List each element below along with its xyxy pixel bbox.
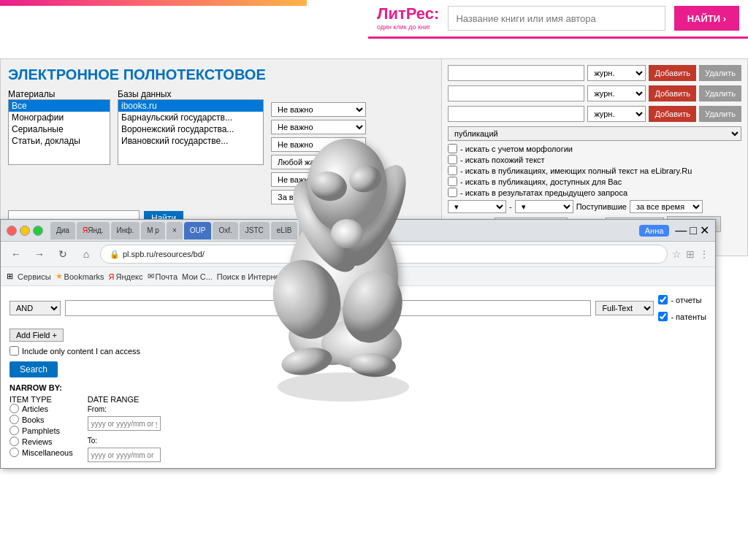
sort-select-2[interactable]: ▾	[515, 200, 573, 213]
misc-radio[interactable]	[9, 448, 19, 457]
previous-checkbox-row: - искать в результатах предыдущего запро…	[448, 188, 741, 197]
maximize-icon[interactable]: □	[690, 224, 697, 237]
elibrary-input-row-1: журн. Добавить Удалить	[448, 65, 741, 81]
pamphlets-radio[interactable]	[9, 426, 19, 435]
date-from-input[interactable]	[88, 416, 161, 431]
tab-close[interactable]: ×	[167, 222, 183, 239]
databases-label: Базы данных	[118, 89, 171, 99]
tab-mr[interactable]: М р	[141, 222, 165, 239]
forward-button[interactable]: →	[30, 245, 49, 264]
materials-listbox[interactable]: Все Монографии Сериальные Статьи, доклад…	[8, 99, 110, 165]
figure-3d-svg	[219, 73, 468, 409]
elibrary-del-btn-2[interactable]: Удалить	[699, 85, 741, 101]
content-access-label: Include only content I can access	[22, 347, 140, 356]
pamphlets-radio-label: Pamphlets	[9, 426, 73, 435]
patents-label: - патенты	[671, 312, 706, 321]
svg-point-13	[278, 372, 409, 402]
ebsco-search-button[interactable]: Search	[9, 361, 58, 377]
extensions-icon[interactable]: ⊞	[686, 248, 695, 260]
litres-logo-block: ЛитРес: один клик до книг	[377, 6, 439, 31]
close-icon[interactable]: ✕	[700, 223, 709, 237]
to-label: To:	[88, 437, 161, 445]
reviews-radio[interactable]	[9, 437, 19, 446]
litres-logo: ЛитРес:	[377, 6, 439, 22]
publications-row: публикаций	[448, 126, 741, 141]
available-label: - искать в публикациях, доступных для Ва…	[460, 177, 622, 186]
available-checkbox-row: - искать в публикациях, доступных для Ва…	[448, 177, 741, 186]
back-button[interactable]: ←	[7, 245, 26, 264]
pamphlets-label: Pamphlets	[22, 426, 60, 435]
books-label: Books	[22, 415, 45, 424]
articles-radio-label: Articles	[9, 404, 73, 413]
patents-checkbox[interactable]	[658, 312, 668, 321]
elibrary-add-btn-2[interactable]: Добавить	[649, 85, 696, 101]
apps-icon: ⊞	[7, 272, 13, 281]
elibrary-input-row-3: журн. Добавить Удалить	[448, 106, 741, 122]
minimize-icon[interactable]: —	[675, 224, 687, 237]
svg-point-8	[331, 219, 363, 248]
materials-column: Материалы Все Монографии Сериальные Стат…	[8, 89, 110, 204]
item-type-label: ITEM TYPE	[9, 395, 52, 404]
litres-search-input[interactable]	[448, 6, 665, 31]
books-radio[interactable]	[9, 415, 19, 424]
reports-checkbox[interactable]	[658, 295, 668, 304]
home-button[interactable]: ⌂	[77, 245, 96, 264]
material-item-all[interactable]: Все	[9, 100, 110, 112]
elibrary-field-select-3[interactable]: журн.	[587, 106, 646, 122]
minimize-window-button[interactable]	[20, 226, 30, 236]
bookmark-icon[interactable]: ☆	[672, 248, 682, 260]
elibrary-field-select-1[interactable]: журн.	[587, 65, 646, 81]
patents-checkbox-row: - патенты	[658, 312, 706, 321]
material-item-mono[interactable]: Монографии	[9, 112, 110, 123]
elibrary-add-btn-3[interactable]: Добавить	[649, 106, 696, 122]
publications-select[interactable]: публикаций	[448, 126, 741, 141]
misc-radio-label: Miscellaneous	[9, 448, 73, 457]
from-label: From:	[88, 405, 161, 413]
close-window-button[interactable]	[7, 226, 17, 236]
elibrary-field-select-2[interactable]: журн.	[587, 85, 646, 101]
item-type-column: ITEM TYPE Articles Books Pamphlets Revie…	[9, 395, 73, 462]
elibrary-del-btn-1[interactable]: Удалить	[699, 65, 741, 81]
similar-checkbox-row: - искать похожий текст	[448, 155, 741, 164]
date-to-input[interactable]	[88, 448, 161, 462]
reports-checkbox-row: - отчеты	[658, 295, 706, 304]
litres-find-button[interactable]: НАЙТИ ›	[674, 6, 739, 31]
maximize-window-button[interactable]	[33, 226, 43, 236]
previous-label: - искать в результатах предыдущего запро…	[460, 188, 627, 197]
tab-yandex[interactable]: ЯЯнд.	[77, 222, 110, 239]
lock-icon: 🔒	[110, 250, 120, 259]
elibrary-del-btn-3[interactable]: Удалить	[699, 106, 741, 122]
bm-yandex[interactable]: ЯЯндекс	[109, 272, 143, 281]
reviews-radio-label: Reviews	[9, 437, 73, 446]
ebsco-boolean-select[interactable]: AND	[9, 301, 61, 315]
url-text: pl.spb.ru/resources/bd/	[123, 250, 205, 258]
chrome-user[interactable]: Анна	[639, 225, 670, 237]
tab-dia[interactable]: Диа	[50, 222, 75, 239]
ebsco-right-checkboxes: - отчеты - патенты	[658, 292, 706, 324]
morpho-checkbox-row: - искать с учетом морфологии	[448, 144, 741, 153]
materials-label: Материалы	[8, 89, 55, 99]
tab-inf[interactable]: Инф.	[111, 222, 140, 239]
articles-radio[interactable]	[9, 404, 19, 413]
material-item-serial[interactable]: Сериальные	[9, 123, 110, 135]
material-item-articles[interactable]: Статьи, доклады	[9, 135, 110, 147]
content-access-checkbox[interactable]	[9, 346, 19, 356]
fulltext-label: - искать в публикациях, имеющих полный т…	[460, 166, 692, 175]
date-range-label: DATE RANGE	[88, 395, 140, 404]
refresh-button[interactable]: ↻	[53, 245, 72, 264]
bm-bookmarks[interactable]: ★Bookmarks	[56, 272, 104, 281]
pink-accent-bar	[0, 0, 307, 6]
articles-label: Articles	[22, 404, 48, 413]
reviews-label: Reviews	[22, 437, 53, 446]
bm-mail[interactable]: ✉Почта	[148, 272, 178, 281]
ebsco-fulltext-select[interactable]: Full-Text	[595, 301, 654, 315]
arrived-label: Поступившие	[576, 202, 627, 211]
figure-3d-container	[205, 58, 482, 423]
elibrary-add-btn-1[interactable]: Добавить	[649, 65, 696, 81]
window-controls	[7, 226, 43, 236]
add-field-button[interactable]: Add Field +	[9, 329, 64, 342]
bm-services[interactable]: Сервисы	[18, 272, 51, 281]
menu-icon[interactable]: ⋮	[699, 248, 709, 260]
arrived-select[interactable]: за все время	[630, 200, 703, 213]
misc-label: Miscellaneous	[22, 448, 73, 457]
